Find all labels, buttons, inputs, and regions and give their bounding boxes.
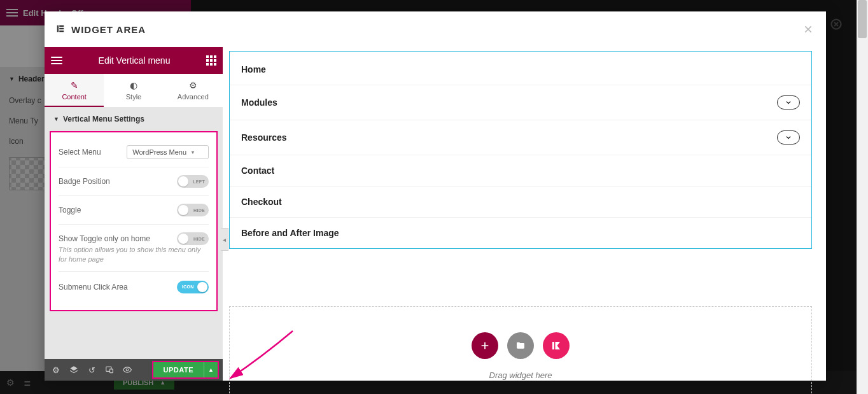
section-title: Vertical Menu Settings bbox=[63, 115, 144, 123]
modal-close-button[interactable] bbox=[802, 23, 815, 36]
modal-title-text: WIDGET AREA bbox=[71, 24, 146, 35]
menu-item-label: Home bbox=[241, 64, 266, 74]
select-menu-dropdown[interactable]: WordPress Menu ▼ bbox=[127, 145, 209, 159]
menu-item-label: Checkout bbox=[241, 197, 282, 207]
history-icon[interactable]: ↺ bbox=[84, 362, 99, 377]
tab-advanced-label: Advanced bbox=[178, 93, 209, 101]
update-options-button[interactable]: ▲ bbox=[204, 362, 218, 377]
chevron-down-icon: ▼ bbox=[190, 150, 195, 155]
menu-item[interactable]: Checkout bbox=[230, 186, 811, 217]
tab-content[interactable]: ✎ Content bbox=[45, 74, 104, 107]
gear-icon: ⚙ bbox=[164, 80, 223, 90]
modal-header: WIDGET AREA bbox=[45, 11, 826, 47]
svg-rect-1 bbox=[57, 25, 59, 32]
panel-header: Edit Vertical menu bbox=[45, 47, 223, 74]
preview-icon[interactable] bbox=[120, 362, 135, 377]
svg-rect-8 bbox=[552, 342, 554, 349]
select-menu-label: Select Menu bbox=[59, 148, 101, 157]
badge-toggle-value: LEFT bbox=[193, 179, 205, 184]
control-badge-position: Badge Position LEFT bbox=[59, 167, 209, 196]
page-scrollbar[interactable] bbox=[857, 0, 868, 394]
pencil-icon: ✎ bbox=[45, 80, 104, 90]
menu-item-label: Resources bbox=[241, 132, 287, 143]
panel-tabs: ✎ Content ◐ Style ⚙ Advanced bbox=[45, 74, 223, 107]
toggle-value: HIDE bbox=[193, 208, 205, 213]
svg-rect-4 bbox=[59, 30, 64, 31]
tab-content-label: Content bbox=[62, 93, 87, 101]
menu-item[interactable]: Contact bbox=[230, 155, 811, 186]
show-home-toggle[interactable]: HIDE bbox=[177, 232, 209, 245]
tab-style[interactable]: ◐ Style bbox=[104, 74, 163, 107]
menu-item-label: Contact bbox=[241, 165, 274, 176]
badge-position-toggle[interactable]: LEFT bbox=[177, 175, 209, 188]
select-menu-value: WordPress Menu bbox=[132, 148, 186, 156]
menu-item[interactable]: Before and After Image bbox=[230, 217, 811, 248]
svg-rect-2 bbox=[59, 25, 64, 26]
preview-area: HomeModulesResourcesContactCheckoutBefor… bbox=[229, 51, 812, 368]
menu-item-label: Before and After Image bbox=[241, 228, 339, 238]
svg-rect-6 bbox=[110, 369, 113, 373]
menu-item[interactable]: Home bbox=[230, 52, 811, 85]
menu-item[interactable]: Modules bbox=[230, 85, 811, 120]
vertical-menu-preview: HomeModulesResourcesContactCheckoutBefor… bbox=[229, 51, 812, 249]
settings-icon[interactable]: ⚙ bbox=[48, 362, 64, 377]
expand-icon[interactable] bbox=[777, 130, 800, 144]
elementskit-button[interactable] bbox=[543, 332, 570, 359]
tab-style-label: Style bbox=[126, 93, 141, 101]
show-home-help: This option allows you to show this menu… bbox=[59, 245, 209, 265]
update-button[interactable]: UPDATE bbox=[153, 362, 204, 377]
menu-item[interactable]: Resources bbox=[230, 120, 811, 155]
responsive-icon[interactable] bbox=[102, 362, 117, 377]
modal-title: WIDGET AREA bbox=[56, 24, 146, 35]
controls-highlight-box: Select Menu WordPress Menu ▼ Badge Posit… bbox=[50, 131, 218, 311]
outer-close-button[interactable] bbox=[829, 17, 844, 32]
panel-collapse-handle[interactable]: ◂ bbox=[221, 228, 228, 251]
widget-dropzone[interactable]: Drag widget here bbox=[229, 306, 812, 394]
tab-advanced[interactable]: ⚙ Advanced bbox=[164, 74, 223, 107]
control-toggle: Toggle HIDE bbox=[59, 196, 209, 225]
badge-position-label: Badge Position bbox=[59, 177, 110, 186]
panel-footer: ⚙ ↺ UPDATE ▲ bbox=[45, 359, 223, 381]
submenu-toggle[interactable]: ICON bbox=[177, 281, 209, 293]
submenu-label: Submenu Click Area bbox=[59, 283, 128, 292]
caret-down-icon: ▼ bbox=[53, 116, 59, 122]
section-toggle[interactable]: ▼ Vertical Menu Settings bbox=[45, 107, 223, 131]
dropzone-text: Drag widget here bbox=[230, 370, 811, 380]
toggle-label: Toggle bbox=[59, 206, 81, 215]
widget-area-modal: WIDGET AREA Edit Vertical menu ✎ Content… bbox=[45, 11, 826, 381]
navigator-icon[interactable] bbox=[66, 362, 81, 377]
add-template-button[interactable] bbox=[507, 332, 534, 359]
editor-panel: Edit Vertical menu ✎ Content ◐ Style ⚙ A… bbox=[45, 47, 223, 381]
control-select-menu: Select Menu WordPress Menu ▼ bbox=[59, 137, 209, 167]
panel-menu-icon[interactable] bbox=[51, 57, 62, 64]
contrast-icon: ◐ bbox=[104, 80, 163, 90]
submenu-value: ICON bbox=[182, 285, 194, 289]
panel-title: Edit Vertical menu bbox=[62, 55, 206, 66]
show-home-value: HIDE bbox=[193, 237, 205, 241]
control-submenu-click: Submenu Click Area ICON bbox=[59, 271, 209, 301]
update-button-group: UPDATE ▲ bbox=[152, 361, 219, 379]
menu-item-label: Modules bbox=[241, 97, 277, 108]
widgets-grid-icon[interactable] bbox=[206, 55, 216, 66]
add-section-button[interactable] bbox=[472, 332, 498, 359]
control-show-home: Show Toggle only on home HIDE bbox=[59, 225, 209, 248]
expand-icon[interactable] bbox=[777, 95, 800, 109]
elementor-icon bbox=[56, 24, 65, 35]
toggle-switch[interactable]: HIDE bbox=[177, 204, 209, 216]
show-home-label: Show Toggle only on home bbox=[59, 234, 150, 243]
svg-rect-3 bbox=[59, 27, 64, 29]
svg-point-7 bbox=[126, 369, 129, 371]
update-label: UPDATE bbox=[164, 366, 193, 374]
